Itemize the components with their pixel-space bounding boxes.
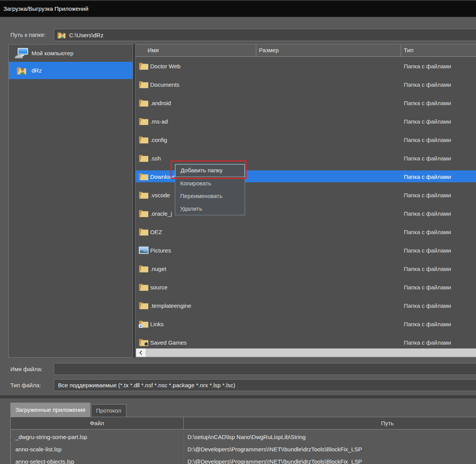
file-row-source[interactable]: sourceПапка с файлами [136,278,476,296]
file-name-label: Имя файла: [10,363,43,375]
file-type: Папка с файлами [404,266,451,272]
tab-loaded-applications[interactable]: Загруженные приложения [10,403,90,417]
file-list-header: Имя Размер Тип [136,45,476,57]
file-type: Папка с файлами [404,339,451,346]
pictures-icon [139,246,149,254]
tree-item-label: Мой компьютер [32,50,73,56]
tree-item-my-computer[interactable]: Мой компьютер [9,45,133,62]
folder-user-icon [15,66,28,75]
section-splitter[interactable] [0,395,476,398]
context-menu-item-delete[interactable]: Удалить [175,202,245,215]
file-type: Папка с файлами [404,210,451,217]
folder-icon [139,173,149,181]
file-type: Папка с файлами [404,192,451,198]
context-menu-item-copy[interactable]: Копировать [175,177,245,190]
folder-icon [139,302,149,310]
file-type: Папка с файлами [404,81,451,88]
file-name: .ssh [150,155,161,162]
tab-protocol[interactable]: Протокол [91,404,126,417]
load-unload-applications-dialog: Загрузка/Выгрузка Приложений Путь к папк… [0,0,476,464]
tree-item-drz[interactable]: dRz [9,62,133,79]
file-type: Папка с файлами [404,100,451,106]
file-row-config[interactable]: .configПапка с файлами [136,130,476,149]
file-row-links[interactable]: LinksПапка с файлами [136,315,476,333]
folder-icon [139,62,149,70]
folder-icon [139,81,149,89]
folder-path-value: C:\Users\dRz [69,32,103,38]
column-header-file[interactable]: Файл [11,417,184,429]
folder-icon [139,228,149,236]
loaded-app-path: D:\setup\nCAD\lsp Nano\DwgRuLispLib\Stri… [184,431,476,443]
context-menu: Добавить папкуКопироватьПереименоватьУда… [175,164,245,215]
file-row-nuget[interactable]: .nugetПапка с файлами [136,259,476,278]
folder-icon [139,99,149,107]
file-row-oez[interactable]: OEZПапка с файлами [136,223,476,241]
computer-icon [15,48,28,59]
file-type: Папка с файлами [404,284,451,291]
column-header-path[interactable]: Путь [184,417,476,429]
file-row-android[interactable]: .androidПапка с файлами [136,94,476,112]
loaded-apps-header: Файл Путь [10,417,476,429]
file-name: source [150,284,168,291]
loaded-app-file: anno-select-objects.lsp [11,455,184,464]
file-type: Папка с файлами [404,229,451,235]
file-type: Папка с файлами [404,302,451,309]
file-row-documents[interactable]: DocumentsПапка с файлами [136,75,476,94]
file-row-ms-ad[interactable]: .ms-adПапка с файлами [136,112,476,130]
folder-icon [139,154,149,162]
title-bar[interactable]: Загрузка/Выгрузка Приложений [0,0,476,17]
scrollbar-thumb[interactable] [146,348,476,357]
folder-games-icon [139,339,149,347]
file-type: Папка с файлами [404,137,451,143]
tree-item-label: dRz [32,67,42,74]
file-row-pictures[interactable]: PicturesПапка с файлами [136,241,476,259]
window-title: Загрузка/Выгрузка Приложений [3,1,88,17]
folder-icon [139,210,149,218]
file-row-doctor-web[interactable]: Doctor WebПапка с файлами [136,57,476,75]
file-name: .config [150,137,167,143]
context-menu-item-add-folder[interactable]: Добавить папку [175,164,245,177]
file-type-label: Тип файла: [10,379,41,391]
file-name: .android [150,100,171,106]
loaded-app-file: _dwgru-string-some-part.lsp [11,431,184,443]
file-type: Папка с файлами [404,155,451,162]
file-name: Saved Games [150,339,187,346]
file-name: Documents [150,81,179,88]
folder-path-input[interactable]: C:\Users\dRz [54,29,476,41]
horizontal-scrollbar[interactable] [136,348,476,357]
file-type: Папка с файлами [404,118,451,125]
file-type: Папка с файлами [404,247,451,254]
loaded-app-row[interactable]: _dwgru-string-some-part.lspD:\setup\nCAD… [11,431,476,443]
column-header-name[interactable]: Имя [136,45,256,56]
file-name: .vscode [150,192,170,198]
loaded-apps-rows: _dwgru-string-some-part.lspD:\setup\nCAD… [10,429,476,464]
file-name: .oracle_j [150,210,172,217]
scroll-left-button[interactable] [136,348,146,357]
file-name: OEZ [150,229,162,235]
file-type-value: Все поддерживаемые (*.tx *.dll *.nsf *.n… [58,382,235,388]
file-type: Папка с файлами [404,321,451,327]
file-row-templateengine[interactable]: .templateengineПапка с файлами [136,296,476,315]
folder-path-label: Путь к папке: [10,29,46,41]
file-name-input[interactable] [54,363,476,375]
loaded-app-row[interactable]: anno-scale-list.lspD:\@Developers\Progra… [11,443,476,455]
folder-icon [139,136,149,144]
column-header-type[interactable]: Тип [401,45,476,56]
loaded-apps-table: Файл Путь _dwgru-string-some-part.lspD:\… [10,417,476,464]
folder-user-icon [57,31,66,39]
loaded-app-path: D:\@Developers\Programmers\!NET\!bundle\… [184,455,476,464]
file-name: Links [150,321,164,327]
file-name: Doctor Web [150,63,181,69]
file-type-select[interactable]: Все поддерживаемые (*.tx *.dll *.nsf *.n… [54,379,476,391]
column-header-size[interactable]: Размер [256,45,401,56]
folder-icon [139,265,149,273]
loaded-app-row[interactable]: anno-select-objects.lspD:\@Developers\Pr… [11,455,476,464]
file-type: Папка с файлами [404,173,451,180]
file-name: .nuget [150,266,166,272]
context-menu-item-rename[interactable]: Переименовать [175,190,245,202]
file-type: Папка с файлами [404,63,451,69]
folder-icon [139,117,149,125]
folder-icon [139,283,149,291]
file-name: .templateengine [150,302,191,309]
folder-link-icon [139,320,149,328]
